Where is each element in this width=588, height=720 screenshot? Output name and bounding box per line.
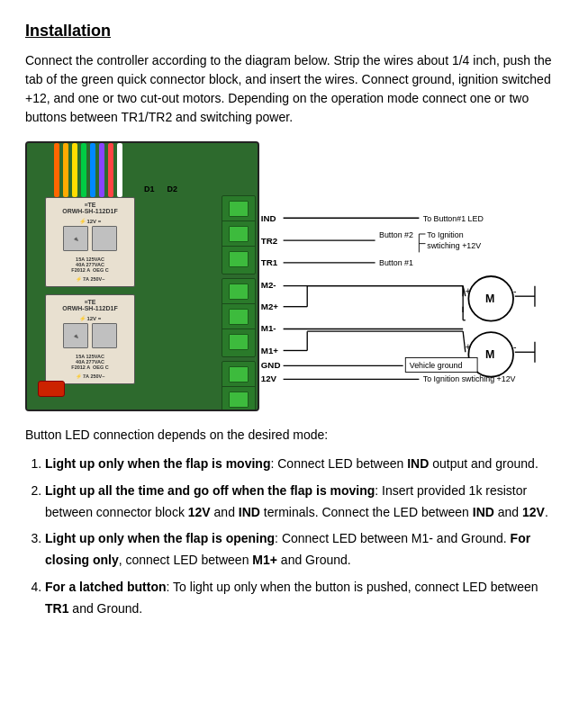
item3-bold: Light up only when the flap is opening: [45, 531, 275, 545]
svg-text:GND: GND: [261, 360, 281, 370]
svg-text:+: +: [466, 285, 471, 296]
item2-bold: Light up all the time and go off when th…: [45, 483, 375, 498]
list-item-3: Light up only when the flap is opening: …: [45, 528, 563, 572]
svg-text:TR2: TR2: [261, 236, 278, 246]
pcb-image: D1 D2 ≡TEORWH-SH-112D1F ⚡ 12V = 🔌 15A 12…: [25, 141, 259, 411]
svg-text:IND: IND: [261, 213, 276, 223]
relay-bottom: ≡TEORWH-SH-112D1F ⚡ 12V = 🔌 15A 125VAC40…: [45, 294, 135, 384]
svg-text:-: -: [513, 341, 517, 352]
item4-tr1: TR1: [45, 601, 68, 616]
item4-bold: For a latched button: [45, 580, 167, 594]
item3-m1plus: M1+: [252, 553, 277, 567]
svg-text:Button #1: Button #1: [379, 258, 413, 267]
wiring-svg: IND TR2 TR1 M2- M2+ M1- M1+ GND 12V To B…: [259, 141, 563, 411]
svg-text:M1+: M1+: [261, 346, 279, 356]
svg-text:-: -: [513, 285, 517, 296]
svg-text:Button #2: Button #2: [379, 230, 413, 239]
svg-text:+: +: [466, 341, 471, 352]
connector-mid: [222, 278, 256, 357]
item1-ind: IND: [407, 456, 429, 471]
svg-text:swtiching +12V: swtiching +12V: [427, 241, 481, 250]
diagram-container: D1 D2 ≡TEORWH-SH-112D1F ⚡ 12V = 🔌 15A 12…: [25, 141, 563, 411]
d1-label: D1: [144, 184, 155, 194]
svg-text:M: M: [485, 348, 494, 361]
svg-text:M2-: M2-: [261, 280, 276, 290]
svg-text:To Ignition: To Ignition: [427, 230, 463, 239]
list-item-1: Light up only when the flap is moving: C…: [45, 454, 563, 475]
red-led: [38, 381, 65, 397]
d-labels: D1 D2: [144, 184, 177, 194]
top-wires: [54, 143, 122, 197]
connector-bottom: [222, 361, 256, 411]
list-item-2: Light up all the time and go off when th…: [45, 481, 563, 524]
d2-label: D2: [167, 184, 178, 194]
svg-text:TR1: TR1: [261, 257, 278, 267]
svg-text:12V: 12V: [261, 374, 277, 383]
page-title: Installation: [25, 22, 563, 40]
item1-bold: Light up only when the flap is moving: [45, 456, 270, 471]
svg-text:M2+: M2+: [261, 302, 279, 311]
item2-12v2: 12V: [522, 505, 545, 519]
item2-ind2: IND: [473, 505, 494, 519]
intro-paragraph: Connect the controller according to the …: [25, 51, 563, 127]
connector-top: [222, 195, 256, 274]
list-item-4: For a latched button: To light up only w…: [45, 577, 563, 620]
button-led-section: Button LED connection depends on the des…: [25, 426, 563, 445]
wiring-diagram: IND TR2 TR1 M2- M2+ M1- M1+ GND 12V To B…: [259, 141, 563, 411]
svg-text:M1-: M1-: [261, 323, 276, 333]
svg-text:Vehicle ground: Vehicle ground: [410, 361, 463, 370]
svg-text:M: M: [485, 292, 494, 305]
item2-12v: 12V: [188, 505, 211, 519]
svg-text:To Ignition swtiching +12V: To Ignition swtiching +12V: [423, 374, 516, 383]
instructions-list: Light up only when the flap is moving: C…: [45, 454, 563, 620]
item2-ind: IND: [239, 505, 260, 519]
relay-top: ≡TEORWH-SH-112D1F ⚡ 12V = 🔌 15A 125VAC40…: [45, 197, 135, 287]
svg-text:To Button#1 LED: To Button#1 LED: [423, 214, 484, 223]
